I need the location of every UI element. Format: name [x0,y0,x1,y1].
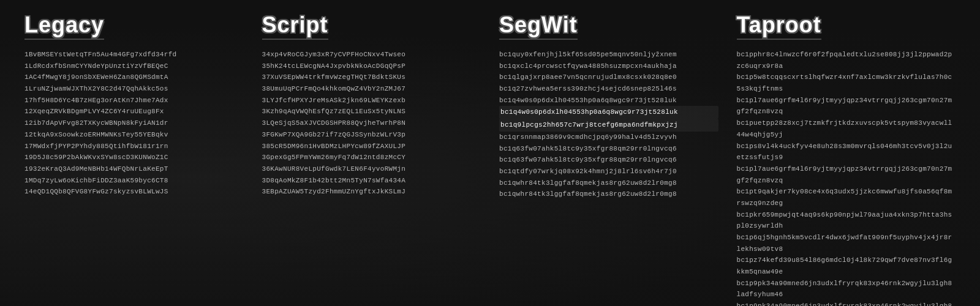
list-item[interactable]: 3FGKwP7XQA9Gb27if7zQGJSSynbzWLrV3p [262,129,481,141]
list-item[interactable]: bc1q63fw07ahk5l8tc9y35xfgr88qm29rr0lngvc… [499,154,718,166]
list-item[interactable]: bc1qlgajxrp8aee7vn5qcnrujudlmx8csxk028q8… [499,72,718,83]
column-segwit: SegWitbc1quy0xfenjhjl5kf65sd05pe5mqnv50n… [493,12,725,306]
list-item[interactable]: 3D8qAoMkZ8F1b42btt2Mn5TyN7sWfa434A [262,175,481,187]
list-item[interactable]: 1MDq7zyLw6oKichbFiDDZ3aaK59byc6CT8 [24,175,244,187]
list-item[interactable]: 1AC4fMwgY8j9onSbXEWeH6Zan8QGMSdmtA [24,72,244,83]
list-item[interactable]: bc1p9pk34a90mned6jn3udxlfryrqk83xp46rnk2… [737,300,956,306]
list-item[interactable]: 34xp4vRoCGJym3xR7yCVPFHoCNxv4Twseo [262,49,481,61]
column-title-segwit: SegWit [499,12,578,38]
list-item[interactable]: bc1qrsnnmap3869v9cmdhcjpq6y99halv4d5lzvy… [499,132,718,143]
main-columns: Legacy1BvBMSEYstWetqTFn5Au4m4GFg7xdfd34r… [18,12,962,306]
list-item[interactable]: 38UmuUqPCrFmQo4khkomQwZ4VbY2nZMJ67 [262,83,481,95]
list-item[interactable]: 36KAwNUR8VeLpUfGwdk7LEN6F4yvoRWMjn [262,163,481,175]
list-item[interactable]: 17hf5H8D6Yc4B7zHEg3orAtKn7Jhme7Adx [24,95,244,106]
list-item[interactable]: bc1pt9qakjer7ky08ce4x6q3udx5jjzkc6mwwfu8… [737,186,956,209]
list-item[interactable]: bc1qtdfy07wrkjq08x92k4hmnj2j8lrl6sv6h4r7… [499,166,718,177]
list-item[interactable]: 12tkqA9xSoowkzoERHMWNKsTey55YEBqkv [24,129,244,141]
column-title-taproot: Taproot [737,12,821,38]
list-item[interactable]: bc1ps8vl4k4uckfyv4e8uh28s3m0mvrqls046mh3… [737,141,956,163]
list-item[interactable]: bc1q4w0s0p6dxlh04553hp0a6q8wgc9r73jt528l… [499,106,718,119]
list-item[interactable]: 385cR5DM96n1HvBDMzLHPYcw89fZAXULJP [262,141,481,152]
list-item[interactable]: 1BvBMSEYstWetqTFn5Au4m4GFg7xdfd34rfd [24,49,244,61]
list-item[interactable]: 3LQeSjqS5aXJVCDGSHPR88QvjheTwrhP8N [262,118,481,129]
list-item[interactable]: 17MWdxfjPYP2PYhdy885QtihfbW181r1rn [24,141,244,152]
list-item[interactable]: 1932eKraQ3Ad9MeNBHb14WFQbNrLaKeEpT [24,163,244,175]
list-item[interactable]: bc1q63fw07ahk5l8tc9y35xfgr88qm29rr0lngvc… [499,143,718,155]
column-taproot: Taprootbc1pphr8c4lnwzcf6r0f2fpqaledtxlu2… [731,12,962,306]
list-item[interactable]: bc1q27zvhwea5erss390zhcj4sejcd6snep825l4… [499,83,718,95]
list-item[interactable]: 12ib7dApVFvg82TXKycWBNpN8kFyiAN1dr [24,118,244,129]
list-item[interactable]: bc1p6qj5hgnh5km5vcdlr4dwx6jwdfat909nf5uy… [737,232,956,255]
list-item[interactable]: 3EBpAZUAW5Tzyd2FhmmUZnYgftxJkKSLmJ [262,186,481,198]
list-item[interactable]: bc1quy0xfenjhjl5kf65sd05pe5mqnv50nljyžxn… [499,49,718,61]
list-item[interactable]: 1LdRcdxfbSnmCYYNdeYpUnztiYzVfBEQeC [24,61,244,72]
column-title-script: Script [262,12,328,38]
list-item[interactable]: 19D5J8c59P2bAkWKvxSYw8scD3KUNWoZ1C [24,152,244,163]
list-item[interactable]: 3LYJfcfHPXYJreMsASk2jkn69LWEYKzexb [262,95,481,106]
list-item[interactable]: bc1pkr659mpwjqt4aq9s6kp90npjwl79aajua4xk… [737,209,956,232]
list-item[interactable]: bc1pz74kefd39u854l86g6mdcl0j4l8k729qwf7d… [737,255,956,277]
list-item[interactable]: 1LruNZjwamWJXThX2Y8C2d47QqhAkkc5os [24,83,244,95]
list-item[interactable]: bc1puetpp28z8xcj7tzmkfrjtkdzxuvscpk5vtsp… [737,118,956,140]
list-item[interactable]: bc1p5w8tcqqscxrtslhqfwzr4xnf7axlcmw3krzk… [737,72,956,94]
list-item[interactable]: 35hK24tcLEWcgNA4JxpvbkNkoAcDGqQPsP [262,61,481,72]
list-item[interactable]: bc1pphr8c4lnwzcf6r0f2fpqaledtxlu2se808jj… [737,49,956,72]
list-item[interactable]: 14eQD1QQb8QFVG8YFwGz7skyzsvBLWLwJS [24,186,244,198]
list-item[interactable]: bc1qwhr84tk3lggfaf8qmekjas8rg62uw8d2lr0m… [499,188,718,200]
list-item[interactable]: 3Kzh9qAqVWQhEsfQz7zEQL1EuSx5tyNLNS [262,106,481,118]
address-list-segwit: bc1quy0xfenjhjl5kf65sd05pe5mqnv50nljyžxn… [499,49,718,200]
column-script: Script34xp4vRoCGJym3xR7yCVPFHoCNxv4Twseo… [256,12,488,306]
list-item[interactable]: bc1qwhr84tk3lggfaf8qmekjas8rg62uw8d2lr0m… [499,177,718,189]
address-list-legacy: 1BvBMSEYstWetqTFn5Au4m4GFg7xdfd34rfd1LdR… [24,49,244,198]
column-legacy: Legacy1BvBMSEYstWetqTFn5Au4m4GFg7xdfd34r… [18,12,250,306]
list-item[interactable]: 3GpexGg5FPmYWm26myFq7dW12ntd8zMcCY [262,152,481,163]
address-list-taproot: bc1pphr8c4lnwzcf6r0f2fpqaledtxlu2se808jj… [737,49,956,306]
list-item[interactable]: bc1pl7aue6grfm4l6r9yjtmyyjqpz34vtrrgqjj2… [737,95,956,118]
list-item[interactable]: bc1pl7aue6grfm4l6r9yjtmyyjqpz34vtrrgqjj2… [737,163,956,186]
list-item[interactable]: bc1qxclc4prcwsctfqywa4885hsuzmpcxn4aukha… [499,61,718,72]
address-list-script: 34xp4vRoCGJym3xR7yCVPFHoCNxv4Twseo35hK24… [262,49,481,198]
list-item[interactable]: 37XuVSEpWW4trkfmvWzegTHQt7BdktSKUs [262,72,481,83]
column-title-legacy: Legacy [24,12,104,38]
list-item[interactable]: bc1q9lpcgs2hh657c7wrj8tcefg6mpa6ndfmkpxj… [499,119,718,132]
list-item[interactable]: bc1p9pk34a90mned6jn3udxlfryrqk83xp46rnk2… [737,278,956,300]
list-item[interactable]: 12XqeqZRVkBDgmPLVY4ZC6Y4ruUEug8Fx [24,106,244,118]
list-item[interactable]: bc1q4w0s0p6dxlh04553hp0a6q8wgc9r73jt528l… [499,95,718,106]
